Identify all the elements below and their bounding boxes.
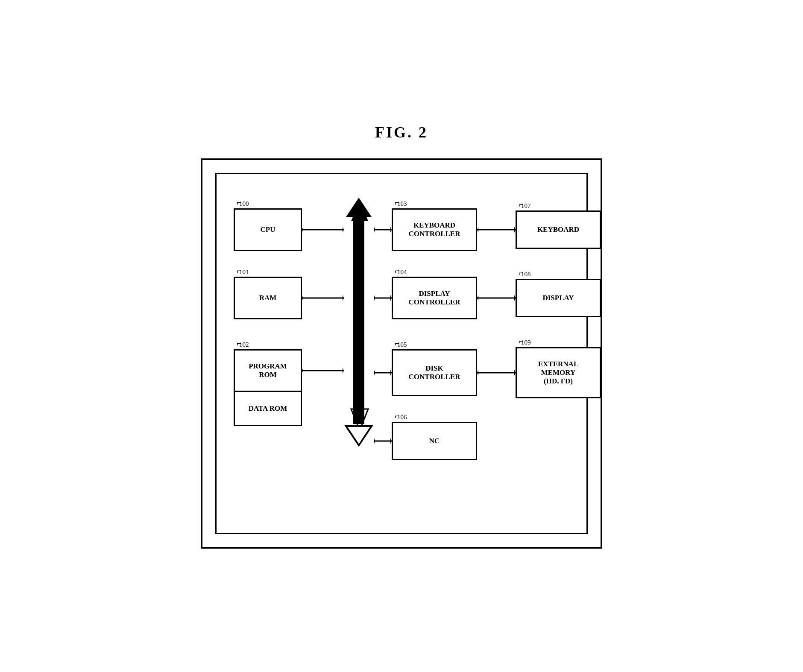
svg-marker-34 (477, 370, 478, 376)
keyboard-controller-label: KEYBOARD CONTROLLER (409, 221, 460, 238)
svg-marker-5 (346, 426, 372, 445)
svg-marker-13 (302, 368, 303, 374)
external-memory-block: 109 ⌐ EXTERNAL MEMORY (HD, FD) (516, 347, 601, 398)
display-block: 108 ⌐ DISPLAY (516, 279, 601, 317)
svg-rect-3 (353, 215, 364, 424)
data-rom-label: DATA ROM (249, 404, 287, 413)
figure-title: FIG. 2 (201, 123, 602, 141)
display-controller-block: 104 ⌐ DISPLAY CONTROLLER (392, 277, 477, 319)
svg-marker-25 (374, 438, 375, 444)
cpu-label: CPU (261, 225, 275, 234)
ram-block: 101 ⌐ RAM (234, 277, 302, 319)
external-memory-label: EXTERNAL MEMORY (HD, FD) (538, 360, 578, 386)
nc-block: 106 ⌐ NC (392, 422, 477, 460)
program-rom-block: 102 ⌐ PROGRAM ROM (234, 349, 302, 392)
outer-box: 100 ⌐ CPU 101 ⌐ RAM 102 ⌐ PROGRAM ROM (201, 158, 602, 549)
svg-marker-31 (477, 295, 478, 301)
svg-marker-10 (302, 295, 303, 301)
svg-marker-22 (374, 370, 375, 376)
display-label: DISPLAY (542, 294, 574, 302)
display-controller-label: DISPLAY CONTROLLER (409, 289, 460, 307)
ram-label: RAM (259, 294, 277, 302)
svg-marker-7 (302, 227, 303, 233)
keyboard-controller-block: 103 ⌐ KEYBOARD CONTROLLER (392, 208, 477, 251)
inner-box: 100 ⌐ CPU 101 ⌐ RAM 102 ⌐ PROGRAM ROM (215, 173, 588, 534)
data-rom-block: DATA ROM (234, 392, 302, 426)
diagram-container: 100 ⌐ CPU 101 ⌐ RAM 102 ⌐ PROGRAM ROM (225, 183, 578, 524)
keyboard-label: KEYBOARD (537, 225, 579, 234)
page: FIG. 2 100 ⌐ CPU 101 ⌐ RAM 102 (201, 123, 602, 549)
svg-marker-16 (374, 227, 375, 233)
cpu-block: 100 ⌐ CPU (234, 208, 302, 251)
program-rom-label: PROGRAM ROM (249, 362, 287, 379)
svg-marker-4 (346, 198, 372, 217)
keyboard-block: 107 ⌐ KEYBOARD (516, 210, 601, 249)
disk-controller-label: DISK CONTROLLER (409, 364, 460, 381)
bus-double-arrow (344, 193, 374, 445)
disk-controller-block: 105 ⌐ DISK CONTROLLER (392, 349, 477, 396)
svg-marker-19 (374, 295, 375, 301)
svg-marker-28 (477, 227, 478, 233)
nc-label: NC (429, 437, 440, 445)
